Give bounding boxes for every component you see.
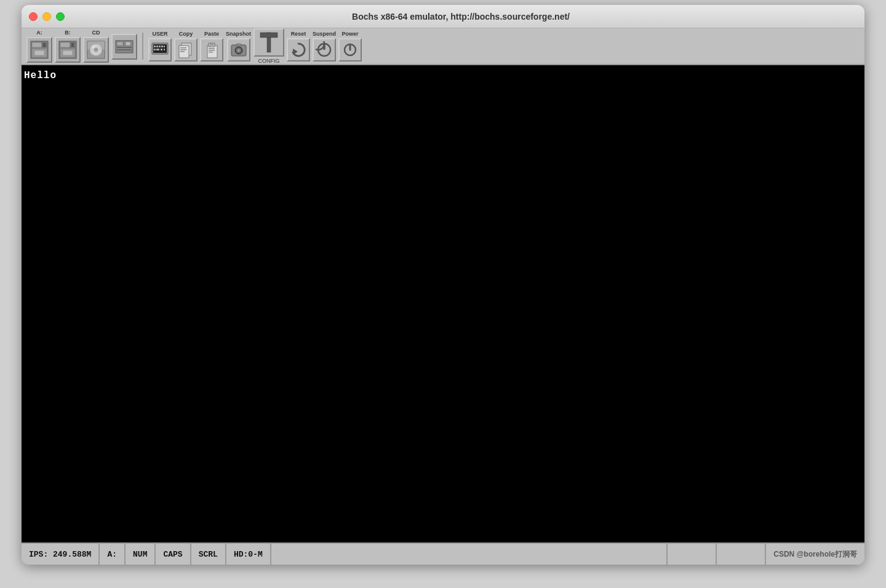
copy-group: Copy (174, 31, 198, 62)
user-label: USER (152, 31, 167, 37)
window-title: Bochs x86-64 emulator, http://bochs.sour… (65, 12, 857, 22)
suspend-button[interactable] (313, 38, 336, 62)
paste-button[interactable] (200, 38, 223, 62)
hd-status: HD:0-M (226, 544, 271, 565)
drive-cd-group: CD (83, 30, 109, 63)
suspend-label: Suspend (313, 31, 336, 37)
copy-label: Copy (179, 31, 193, 37)
empty-status-1 (271, 544, 668, 565)
main-window: Bochs x86-64 emulator, http://bochs.sour… (22, 5, 864, 565)
power-group: Power (338, 31, 362, 62)
caps-lock-status: CAPS (156, 544, 191, 565)
svg-rect-4 (34, 50, 44, 55)
svg-rect-28 (159, 46, 161, 47)
scroll-lock-status: SCRL (191, 544, 226, 565)
reset-label: Reset (291, 31, 306, 37)
svg-rect-5 (43, 43, 46, 47)
empty-status-2 (668, 544, 717, 565)
drive-b-icon[interactable] (55, 37, 81, 63)
svg-rect-29 (161, 46, 163, 47)
svg-rect-34 (164, 49, 165, 50)
user-button[interactable] (148, 38, 172, 62)
drive-cd-label: CD (92, 30, 100, 36)
traffic-lights (29, 12, 65, 21)
svg-rect-33 (161, 49, 162, 50)
drive-a-status: A: (100, 544, 126, 565)
svg-rect-45 (210, 44, 214, 46)
ips-display: IPS: 249.588M (22, 544, 100, 565)
svg-rect-31 (154, 49, 156, 50)
reset-group: Reset (287, 31, 310, 62)
svg-rect-23 (123, 42, 124, 45)
power-label: Power (342, 31, 359, 37)
svg-rect-52 (260, 33, 277, 38)
snapshot-label: Snapshot (226, 31, 251, 37)
emulator-screen[interactable]: Hello (22, 65, 864, 542)
empty-status-3 (717, 544, 766, 565)
reset-button[interactable] (287, 38, 310, 62)
svg-marker-53 (293, 49, 298, 55)
drive-a-icon[interactable] (26, 37, 52, 63)
svg-rect-32 (156, 49, 159, 50)
svg-rect-30 (164, 46, 165, 47)
drive-a-group: A: (26, 30, 52, 63)
drive-net-group (111, 33, 137, 60)
svg-rect-20 (117, 47, 132, 48)
svg-rect-26 (154, 46, 156, 47)
svg-rect-43 (209, 50, 215, 51)
title-bar: Bochs x86-64 emulator, http://bochs.sour… (22, 5, 864, 28)
paste-label: Paste (204, 31, 219, 37)
num-lock-status: NUM (126, 544, 156, 565)
svg-point-16 (95, 49, 97, 51)
svg-rect-22 (126, 42, 130, 46)
snapshot-group: Snapshot (226, 31, 251, 62)
config-group: CONFIG (253, 28, 284, 64)
svg-rect-19 (117, 42, 123, 46)
screen-output: Hello (24, 70, 57, 81)
power-button[interactable] (338, 38, 362, 62)
svg-rect-27 (156, 46, 158, 47)
maximize-button[interactable] (56, 12, 65, 21)
snapshot-button[interactable] (227, 38, 250, 62)
svg-rect-44 (209, 52, 213, 53)
svg-rect-37 (180, 47, 186, 49)
status-bar: IPS: 249.588M A: NUM CAPS SCRL HD:0-M CS… (22, 542, 864, 565)
toolbar: A: B: (22, 28, 864, 65)
close-button[interactable] (29, 12, 38, 21)
paste-group: Paste (200, 31, 223, 62)
svg-rect-21 (117, 49, 132, 50)
watermark: CSDN @borehole打洞哥 (766, 544, 864, 565)
drive-a-label: A: (36, 30, 42, 36)
svg-rect-7 (60, 42, 70, 47)
svg-rect-38 (180, 49, 186, 50)
svg-rect-50 (236, 44, 241, 46)
svg-rect-39 (180, 51, 185, 52)
svg-rect-10 (63, 50, 73, 55)
toolbar-separator-1 (142, 33, 143, 60)
drive-b-label: B: (65, 30, 71, 36)
drive-net-icon[interactable] (111, 34, 137, 60)
svg-rect-42 (209, 48, 215, 49)
config-button[interactable] (253, 28, 284, 57)
svg-point-49 (237, 49, 240, 52)
minimize-button[interactable] (42, 12, 51, 21)
svg-rect-11 (71, 43, 74, 47)
drive-b-group: B: (55, 30, 81, 63)
config-label: CONFIG (258, 58, 280, 64)
svg-rect-1 (32, 42, 42, 47)
drive-cd-icon[interactable] (83, 37, 109, 63)
copy-button[interactable] (174, 38, 198, 62)
user-group: USER (148, 31, 172, 62)
suspend-group: Suspend (313, 31, 336, 62)
